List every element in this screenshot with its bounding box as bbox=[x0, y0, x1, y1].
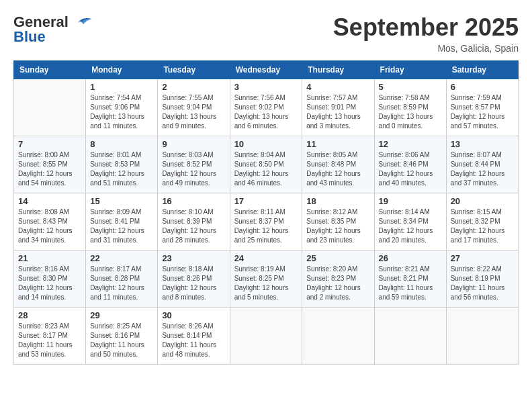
sunset-text: Sunset: 9:06 PM bbox=[90, 103, 140, 111]
sunrise-text: Sunrise: 7:57 AM bbox=[306, 94, 357, 101]
calendar-day-cell: 12Sunrise: 8:06 AMSunset: 8:46 PMDayligh… bbox=[374, 136, 446, 193]
calendar-table: SundayMondayTuesdayWednesdayThursdayFrid… bbox=[13, 60, 519, 365]
calendar-week-row: 1Sunrise: 7:54 AMSunset: 9:06 PMDaylight… bbox=[14, 79, 519, 136]
sunset-text: Sunset: 8:32 PM bbox=[451, 218, 500, 225]
sunrise-text: Sunrise: 8:07 AM bbox=[451, 151, 502, 158]
calendar-day-cell: 30Sunrise: 8:26 AMSunset: 8:14 PMDayligh… bbox=[158, 308, 230, 365]
calendar-day-cell: 24Sunrise: 8:19 AMSunset: 8:25 PMDayligh… bbox=[230, 250, 302, 308]
sunset-text: Sunset: 8:25 PM bbox=[234, 275, 284, 282]
day-info: Sunrise: 7:58 AMSunset: 8:59 PMDaylight:… bbox=[379, 93, 442, 131]
daylight-text: Daylight: 12 hours and 46 minutes. bbox=[234, 170, 289, 187]
day-info: Sunrise: 8:16 AMSunset: 8:30 PMDaylight:… bbox=[18, 265, 81, 302]
day-info: Sunrise: 8:08 AMSunset: 8:43 PMDaylight:… bbox=[18, 208, 81, 245]
day-info: Sunrise: 7:59 AMSunset: 8:57 PMDaylight:… bbox=[451, 93, 514, 131]
day-info: Sunrise: 8:21 AMSunset: 8:21 PMDaylight:… bbox=[379, 265, 442, 302]
sunset-text: Sunset: 8:44 PM bbox=[451, 161, 500, 168]
sunrise-text: Sunrise: 8:10 AM bbox=[162, 208, 213, 216]
sunrise-text: Sunrise: 8:08 AM bbox=[18, 208, 69, 216]
sunset-text: Sunset: 8:14 PM bbox=[162, 332, 212, 339]
day-info: Sunrise: 7:56 AMSunset: 9:02 PMDaylight:… bbox=[234, 93, 298, 131]
daylight-text: Daylight: 13 hours and 6 minutes. bbox=[234, 113, 289, 130]
sunrise-text: Sunrise: 7:59 AM bbox=[451, 94, 502, 101]
month-title: September 2025 bbox=[333, 13, 519, 42]
sunrise-text: Sunrise: 8:00 AM bbox=[18, 151, 69, 158]
daylight-text: Daylight: 11 hours and 56 minutes. bbox=[451, 284, 505, 301]
calendar-day-cell: 20Sunrise: 8:15 AMSunset: 8:32 PMDayligh… bbox=[446, 193, 518, 250]
day-info: Sunrise: 8:07 AMSunset: 8:44 PMDaylight:… bbox=[451, 150, 514, 188]
calendar-header-row: SundayMondayTuesdayWednesdayThursdayFrid… bbox=[14, 61, 519, 79]
daylight-text: Daylight: 12 hours and 23 minutes. bbox=[306, 227, 361, 244]
daylight-text: Daylight: 12 hours and 25 minutes. bbox=[234, 227, 289, 244]
calendar-day-cell: 21Sunrise: 8:16 AMSunset: 8:30 PMDayligh… bbox=[14, 250, 86, 308]
daylight-text: Daylight: 12 hours and 31 minutes. bbox=[90, 227, 144, 244]
sunset-text: Sunset: 8:34 PM bbox=[379, 218, 429, 225]
sunrise-text: Sunrise: 8:20 AM bbox=[306, 265, 357, 273]
day-info: Sunrise: 8:12 AMSunset: 8:35 PMDaylight:… bbox=[306, 208, 369, 245]
daylight-text: Daylight: 12 hours and 11 minutes. bbox=[90, 284, 144, 301]
sunset-text: Sunset: 9:02 PM bbox=[234, 103, 284, 111]
sunrise-text: Sunrise: 7:56 AM bbox=[234, 94, 285, 101]
sunset-text: Sunset: 8:50 PM bbox=[234, 161, 284, 168]
calendar-day-cell: 1Sunrise: 7:54 AMSunset: 9:06 PMDaylight… bbox=[86, 79, 158, 136]
day-info: Sunrise: 8:20 AMSunset: 8:23 PMDaylight:… bbox=[306, 265, 369, 302]
sunset-text: Sunset: 8:16 PM bbox=[90, 332, 140, 339]
sunset-text: Sunset: 9:04 PM bbox=[162, 103, 212, 111]
location-subtitle: Mos, Galicia, Spain bbox=[333, 43, 519, 54]
day-info: Sunrise: 8:09 AMSunset: 8:41 PMDaylight:… bbox=[90, 208, 153, 245]
day-number: 16 bbox=[162, 196, 225, 206]
calendar-day-cell: 27Sunrise: 8:22 AMSunset: 8:19 PMDayligh… bbox=[446, 250, 518, 308]
day-info: Sunrise: 8:14 AMSunset: 8:34 PMDaylight:… bbox=[379, 208, 442, 245]
day-number: 28 bbox=[18, 310, 81, 320]
day-number: 26 bbox=[379, 253, 442, 263]
sunrise-text: Sunrise: 8:23 AM bbox=[18, 322, 69, 330]
day-number: 18 bbox=[306, 196, 369, 206]
calendar-day-cell: 17Sunrise: 8:11 AMSunset: 8:37 PMDayligh… bbox=[230, 193, 302, 250]
daylight-text: Daylight: 11 hours and 50 minutes. bbox=[90, 341, 144, 358]
calendar-day-cell bbox=[302, 308, 374, 365]
day-number: 1 bbox=[90, 82, 153, 92]
day-of-week-header: Tuesday bbox=[158, 61, 230, 79]
day-of-week-header: Friday bbox=[374, 61, 446, 79]
day-info: Sunrise: 8:04 AMSunset: 8:50 PMDaylight:… bbox=[234, 150, 298, 188]
daylight-text: Daylight: 12 hours and 37 minutes. bbox=[451, 170, 505, 187]
calendar-week-row: 7Sunrise: 8:00 AMSunset: 8:55 PMDaylight… bbox=[14, 136, 519, 193]
day-number: 4 bbox=[306, 82, 369, 92]
day-info: Sunrise: 8:00 AMSunset: 8:55 PMDaylight:… bbox=[18, 150, 81, 188]
day-number: 19 bbox=[379, 196, 442, 206]
day-number: 13 bbox=[451, 139, 514, 149]
calendar-day-cell: 29Sunrise: 8:25 AMSunset: 8:16 PMDayligh… bbox=[86, 308, 158, 365]
calendar-day-cell: 25Sunrise: 8:20 AMSunset: 8:23 PMDayligh… bbox=[302, 250, 374, 308]
sunrise-text: Sunrise: 7:58 AM bbox=[379, 94, 430, 101]
day-number: 2 bbox=[162, 82, 225, 92]
sunset-text: Sunset: 8:46 PM bbox=[379, 161, 429, 168]
calendar-day-cell: 2Sunrise: 7:55 AMSunset: 9:04 PMDaylight… bbox=[158, 79, 230, 136]
day-number: 14 bbox=[18, 196, 81, 206]
daylight-text: Daylight: 12 hours and 8 minutes. bbox=[162, 284, 216, 301]
daylight-text: Daylight: 12 hours and 57 minutes. bbox=[451, 113, 505, 130]
calendar-day-cell: 23Sunrise: 8:18 AMSunset: 8:26 PMDayligh… bbox=[158, 250, 230, 308]
daylight-text: Daylight: 12 hours and 2 minutes. bbox=[306, 284, 361, 301]
sunrise-text: Sunrise: 7:55 AM bbox=[162, 94, 213, 101]
sunrise-text: Sunrise: 8:21 AM bbox=[379, 265, 430, 273]
calendar-day-cell: 3Sunrise: 7:56 AMSunset: 9:02 PMDaylight… bbox=[230, 79, 302, 136]
calendar-day-cell: 14Sunrise: 8:08 AMSunset: 8:43 PMDayligh… bbox=[14, 193, 86, 250]
day-info: Sunrise: 8:01 AMSunset: 8:53 PMDaylight:… bbox=[90, 150, 153, 188]
calendar-day-cell bbox=[14, 79, 86, 136]
day-info: Sunrise: 8:15 AMSunset: 8:32 PMDaylight:… bbox=[451, 208, 514, 245]
daylight-text: Daylight: 12 hours and 5 minutes. bbox=[234, 284, 289, 301]
daylight-text: Daylight: 12 hours and 43 minutes. bbox=[306, 170, 361, 187]
day-number: 11 bbox=[306, 139, 369, 149]
day-number: 22 bbox=[90, 253, 153, 263]
day-info: Sunrise: 7:57 AMSunset: 9:01 PMDaylight:… bbox=[306, 93, 369, 131]
day-number: 20 bbox=[451, 196, 514, 206]
sunrise-text: Sunrise: 8:09 AM bbox=[90, 208, 141, 216]
sunset-text: Sunset: 8:41 PM bbox=[90, 218, 140, 225]
calendar-day-cell bbox=[446, 308, 518, 365]
page-header: General Blue September 2025 Mos, Galicia… bbox=[13, 13, 519, 54]
sunset-text: Sunset: 8:30 PM bbox=[18, 275, 68, 282]
sunrise-text: Sunrise: 8:12 AM bbox=[306, 208, 357, 216]
calendar-day-cell: 9Sunrise: 8:03 AMSunset: 8:52 PMDaylight… bbox=[158, 136, 230, 193]
day-number: 9 bbox=[162, 139, 225, 149]
day-info: Sunrise: 8:26 AMSunset: 8:14 PMDaylight:… bbox=[162, 322, 225, 359]
calendar-week-row: 28Sunrise: 8:23 AMSunset: 8:17 PMDayligh… bbox=[14, 308, 519, 365]
